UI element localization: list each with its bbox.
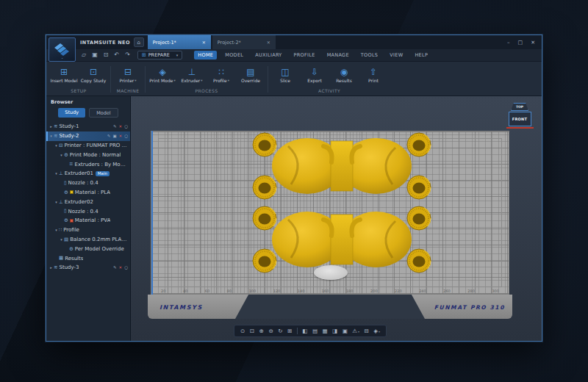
button-label: Printer▾ — [119, 78, 136, 83]
tree-arrow-icon[interactable]: ▾ — [59, 237, 64, 242]
model-part[interactable] — [253, 133, 431, 199]
tree-arrow-icon[interactable]: ▸ — [49, 124, 54, 129]
view-translucent-icon[interactable]: ◨ — [332, 328, 337, 334]
tree-label: Results — [65, 256, 83, 262]
delete-icon[interactable]: ✕ — [119, 265, 123, 270]
tree-row-study-3[interactable]: ▸≋Study-3✎✕○ — [46, 263, 130, 273]
tree-arrow-icon[interactable]: ▾ — [54, 143, 59, 148]
tree-arrow-icon[interactable]: ▸ — [49, 265, 54, 270]
tree-row-study-1[interactable]: ▸≋Study-1✎✕○ — [46, 122, 130, 131]
home-button[interactable]: ⌂ — [134, 37, 144, 47]
status-icon[interactable]: ○ — [124, 124, 128, 129]
build-plate-icon[interactable]: ⊟ — [365, 328, 369, 334]
printer-button[interactable]: ⊟Printer▾ — [113, 63, 143, 87]
override-button[interactable]: ▤Override — [236, 63, 265, 87]
tree-row-material2-node[interactable]: ⚙Material : PVA — [46, 216, 130, 226]
tree-label: Study-1 — [59, 123, 79, 129]
tree-row-printer-node[interactable]: ▾⊟Printer : FUNMAT PRO 310 — [46, 141, 130, 151]
mode-select[interactable]: ⊞ PREPARE ▾ — [137, 51, 183, 60]
insert-model-button[interactable]: ⊞Insert Model — [49, 63, 79, 87]
tree-arrow-icon[interactable]: ▾ — [49, 134, 54, 138]
project-tab-1[interactable]: Project-1*✕ — [148, 35, 211, 49]
minimize-button[interactable]: – — [507, 40, 510, 46]
tree-row-extruder01-node[interactable]: ▾⊥Extruder01Main — [46, 169, 130, 179]
tree-row-results-node[interactable]: ▦Results — [46, 253, 130, 263]
view-cube-front[interactable]: FRONT — [509, 112, 531, 126]
view-wireframe-icon[interactable]: ▤ — [312, 328, 318, 334]
select-icon[interactable]: ⊙ — [240, 328, 245, 334]
delete-icon[interactable]: ✕ — [119, 124, 123, 129]
redo-icon[interactable]: ↷ — [125, 52, 130, 58]
close-button[interactable]: ✕ — [531, 40, 535, 46]
gear-icon: ⚙ — [64, 190, 68, 195]
tree-row-extruders-node[interactable]: ≡Extruders : By Model — [46, 159, 130, 169]
edit-icon[interactable]: ✎ — [113, 124, 117, 129]
model-parts[interactable] — [245, 131, 438, 275]
status-icon[interactable]: ○ — [124, 265, 128, 270]
tree-arrow-icon[interactable]: ▾ — [59, 153, 64, 157]
tab-tools[interactable]: TOOLS — [357, 51, 381, 60]
edit-icon[interactable]: ✎ — [113, 265, 117, 270]
print-mode-button[interactable]: ◈Print Mode▾ — [148, 63, 177, 87]
slice-button[interactable]: ◫Slice — [270, 63, 300, 87]
warning-icon[interactable]: ⚠▾ — [352, 328, 359, 334]
ruler-tick-label: 240 — [419, 289, 426, 293]
save-icon[interactable]: ▣ — [92, 52, 98, 58]
edit-icon[interactable]: ✎ — [107, 134, 111, 138]
viewport-3d[interactable]: 2040608010012014016018020022024026028030… — [131, 96, 542, 341]
tab-view[interactable]: VIEW — [386, 51, 406, 60]
browser-tab-study[interactable]: Study — [58, 108, 85, 118]
tree-label: Balance 0.2mm PLA&PVA — [70, 237, 128, 242]
tree-row-nozzle1-node[interactable]: ▯Nozzle : 0.4 — [46, 179, 130, 188]
browser-tab-model[interactable]: Model — [89, 108, 118, 118]
extruder-button[interactable]: ⊥Extruder▾ — [177, 63, 207, 87]
tree-row-material1-node[interactable]: ⚙Material : PLA — [46, 188, 130, 198]
profile-button[interactable]: ∷Profile▾ — [207, 63, 236, 87]
tree-row-print-mode-node[interactable]: ▾⚙Print Mode : Normal — [46, 150, 130, 159]
fit-view-icon[interactable]: ⊞ — [287, 328, 292, 334]
view-cube-top[interactable]: TOP — [511, 103, 528, 111]
close-tab-icon[interactable]: ✕ — [267, 40, 270, 45]
status-icon[interactable]: ○ — [124, 134, 128, 138]
package-icon[interactable]: ⊡ — [104, 52, 109, 58]
tree-arrow-icon[interactable]: ▾ — [54, 171, 59, 176]
tree-row-balance-node[interactable]: ▾▤Balance 0.2mm PLA&PVA — [46, 235, 130, 245]
tab-manage[interactable]: MANAGE — [323, 51, 353, 60]
copy-study-button[interactable]: ⊡Copy Study — [79, 63, 108, 87]
box-select-icon[interactable]: ⊡ — [250, 328, 254, 334]
tab-home[interactable]: HOME — [194, 51, 217, 60]
tab-model[interactable]: MODEL — [221, 51, 247, 60]
export-button[interactable]: ⇩Export — [300, 63, 329, 87]
view-solid-icon[interactable]: ◧ — [302, 328, 307, 334]
button-label: Profile▾ — [213, 78, 229, 83]
tree-row-profile-node[interactable]: ▾∷Profile — [46, 226, 130, 235]
zoom-out-icon[interactable]: ⊖ — [268, 328, 273, 334]
print-icon: ⇧ — [370, 68, 377, 76]
tree-row-extruder02-node[interactable]: ▾⊥Extruder02 — [46, 197, 130, 206]
delete-icon[interactable]: ✕ — [119, 134, 123, 138]
view-layers-icon[interactable]: ▦ — [322, 328, 327, 334]
maximize-button[interactable]: □ — [518, 40, 523, 46]
close-tab-icon[interactable]: ✕ — [202, 40, 206, 45]
zoom-in-icon[interactable]: ⊕ — [259, 328, 264, 334]
tree-row-study-2[interactable]: ▾≋Study-2✎▣✕○ — [46, 131, 130, 141]
print-button[interactable]: ⇧Print — [359, 63, 388, 87]
copy-icon[interactable]: ▣ — [112, 134, 116, 138]
rotate-view-icon[interactable]: ↻ — [278, 328, 282, 334]
tab-profile[interactable]: PROFILE — [290, 51, 319, 60]
undo-icon[interactable]: ↶ — [114, 52, 119, 58]
tree-row-per-model-override-node[interactable]: ⚙Per Model Override — [46, 244, 130, 253]
tree-arrow-icon[interactable]: ▾ — [54, 228, 59, 232]
import-icon[interactable]: ▱ — [82, 52, 86, 58]
tab-help[interactable]: HELP — [411, 51, 431, 60]
perspective-icon[interactable]: ◈▾ — [373, 328, 380, 334]
app-logo[interactable]: ⌄ — [49, 37, 76, 62]
tree-arrow-icon[interactable]: ▾ — [54, 200, 59, 204]
view-support-icon[interactable]: ▣ — [343, 328, 348, 334]
button-label: Override — [241, 78, 260, 83]
tab-auxiliary[interactable]: AUXILIARY — [251, 51, 285, 60]
project-tab-2[interactable]: Project-2*✕ — [212, 35, 276, 49]
view-cube[interactable]: TOP FRONT — [505, 103, 534, 129]
results-button[interactable]: ◉Results — [329, 63, 359, 87]
tree-row-nozzle2-node[interactable]: ▯Nozzle : 0.4 — [46, 206, 130, 216]
